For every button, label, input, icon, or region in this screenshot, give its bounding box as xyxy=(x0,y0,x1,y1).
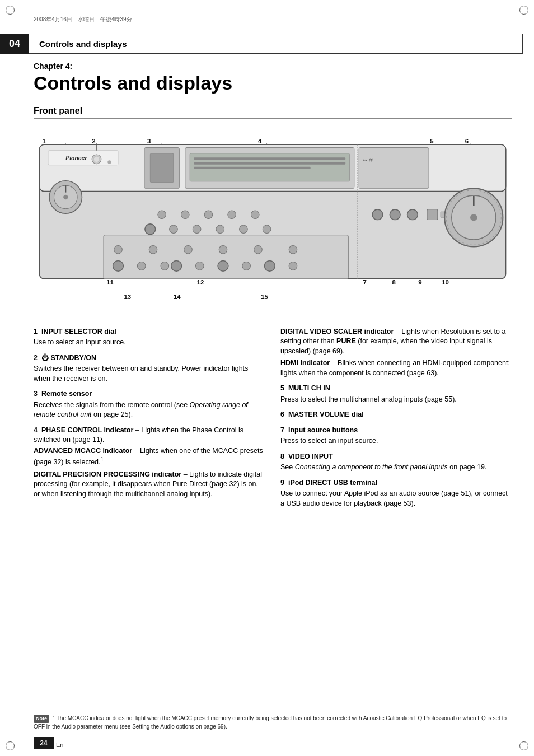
desc-item-3: 3 Remote sensor Receives the signals fro… xyxy=(34,389,265,420)
page-number: 24 xyxy=(34,737,54,749)
desc-item-8: 8 VIDEO INPUT See Connecting a component… xyxy=(280,452,512,473)
svg-point-25 xyxy=(251,211,259,219)
note-icon: Note xyxy=(34,715,49,723)
svg-point-26 xyxy=(145,224,156,235)
item-body-dvs: DIGITAL VIDEO SCALER indicator – Lights … xyxy=(280,327,512,357)
svg-point-21 xyxy=(158,211,166,219)
svg-point-10 xyxy=(107,161,111,164)
chapter-title: Controls and displays xyxy=(34,73,512,94)
svg-point-54 xyxy=(218,261,228,272)
svg-text:14: 14 xyxy=(174,294,181,301)
item-title-2: ⏻ STANDBY/ON xyxy=(41,354,96,362)
item-title-4: PHASE CONTROL indicator xyxy=(41,426,133,434)
svg-point-56 xyxy=(264,261,275,272)
item-sub-hdmi: HDMI indicator – Blinks when connecting … xyxy=(280,358,512,378)
svg-text:Pioneer: Pioneer xyxy=(65,156,87,162)
svg-point-33 xyxy=(390,209,400,220)
header-title-box: Controls and displays xyxy=(29,34,523,54)
item-number-5: 5 xyxy=(280,384,284,392)
svg-point-57 xyxy=(289,262,297,270)
desc-item-6: 6 MASTER VOLUME dial xyxy=(280,410,512,420)
item-body-2: Switches the receiver between on and sta… xyxy=(34,364,265,384)
item-title-7: Input source buttons xyxy=(288,426,358,434)
item-sub2-4: DIGITAL PRECISION PROCESSING indicator –… xyxy=(34,470,265,500)
note-box: Note ¹ The MCACC indicator does not ligh… xyxy=(34,711,512,731)
desc-item-2: 2 ⏻ STANDBY/ON Switches the receiver bet… xyxy=(34,353,265,384)
main-content: Chapter 4: Controls and displays Front p… xyxy=(34,62,512,514)
item-title-3: Remote sensor xyxy=(41,390,92,398)
item-body-7: Press to select an input source. xyxy=(280,436,512,446)
device-diagram: Pioneer ⇔ ≋ xyxy=(34,127,512,315)
chapter-label: Chapter 4: xyxy=(34,62,512,71)
svg-point-9 xyxy=(93,156,99,162)
front-panel-svg: Pioneer ⇔ ≋ xyxy=(34,127,512,314)
svg-text:2: 2 xyxy=(92,138,95,145)
svg-text:⇔  ≋: ⇔ ≋ xyxy=(363,158,373,164)
item-title-6: MASTER VOLUME dial xyxy=(288,410,364,418)
item-body-5: Press to select the multichannel analog … xyxy=(280,395,512,405)
svg-point-24 xyxy=(228,211,236,219)
svg-point-32 xyxy=(372,209,383,220)
svg-point-28 xyxy=(193,225,201,234)
desc-item-4: 4 PHASE CONTROL indicator – Lights when … xyxy=(34,426,265,500)
item-body-1: Use to select an input source. xyxy=(34,338,265,348)
svg-text:5: 5 xyxy=(430,138,434,145)
chapter-number: 04 xyxy=(0,34,29,54)
item-title-9: iPod DIRECT USB terminal xyxy=(288,479,377,487)
svg-text:13: 13 xyxy=(124,294,131,301)
svg-point-44 xyxy=(149,246,157,254)
svg-point-55 xyxy=(242,262,251,270)
svg-text:4: 4 xyxy=(258,138,262,145)
front-panel-heading: Front panel xyxy=(34,106,512,119)
svg-text:10: 10 xyxy=(442,279,449,286)
item-number-9: 9 xyxy=(280,479,284,487)
svg-point-29 xyxy=(216,225,224,234)
header-title: Controls and displays xyxy=(39,39,127,49)
svg-point-43 xyxy=(114,246,123,254)
page-lang: En xyxy=(56,741,63,748)
svg-point-47 xyxy=(254,246,263,254)
item-body-3: Receives the signals from the remote con… xyxy=(34,400,265,420)
svg-text:12: 12 xyxy=(197,279,204,286)
svg-point-50 xyxy=(137,262,146,270)
svg-text:7: 7 xyxy=(363,279,366,286)
svg-point-27 xyxy=(170,225,178,234)
desc-item-7: 7 Input source buttons Press to select a… xyxy=(280,426,512,446)
item-title-1: INPUT SELECTOR dial xyxy=(41,328,116,335)
svg-text:6: 6 xyxy=(465,138,469,145)
item-title-5: MULTI CH IN xyxy=(288,384,330,392)
item-number-1: 1 xyxy=(34,328,38,335)
svg-point-45 xyxy=(184,246,193,254)
svg-text:3: 3 xyxy=(147,138,151,145)
svg-point-30 xyxy=(240,225,248,234)
corner-circle-tr xyxy=(519,6,528,15)
svg-point-51 xyxy=(161,262,169,270)
svg-text:8: 8 xyxy=(392,279,396,286)
svg-rect-12 xyxy=(150,153,174,183)
svg-point-39 xyxy=(470,214,477,221)
svg-text:1: 1 xyxy=(43,138,46,145)
svg-rect-16 xyxy=(194,162,345,165)
item-number-7: 7 xyxy=(280,426,284,434)
desc-left: 1 INPUT SELECTOR dial Use to select an i… xyxy=(34,326,265,515)
svg-point-6 xyxy=(63,195,68,199)
description-columns: 1 INPUT SELECTOR dial Use to select an i… xyxy=(34,326,512,515)
item-title-8: VIDEO INPUT xyxy=(288,452,333,460)
corner-circle-bl xyxy=(6,741,15,750)
svg-rect-42 xyxy=(104,235,348,279)
header-bar: 04 Controls and displays xyxy=(0,34,534,54)
svg-point-49 xyxy=(113,261,124,272)
item-number-8: 8 xyxy=(280,452,284,460)
svg-point-52 xyxy=(171,261,182,272)
svg-text:9: 9 xyxy=(418,279,421,286)
desc-right: DIGITAL VIDEO SCALER indicator – Lights … xyxy=(280,326,512,515)
corner-circle-br xyxy=(519,741,528,750)
svg-rect-18 xyxy=(359,148,429,189)
item-number-6: 6 xyxy=(280,410,284,418)
metadata-line: 2008年4月16日 水曜日 午後4時39分 xyxy=(34,16,132,24)
svg-rect-35 xyxy=(427,209,438,220)
item-sub1-4: ADVANCED MCACC indicator – Lights when o… xyxy=(34,446,265,468)
item-body-8: See Connecting a component to the front … xyxy=(280,463,512,473)
svg-rect-15 xyxy=(194,158,345,160)
svg-point-46 xyxy=(219,246,227,254)
